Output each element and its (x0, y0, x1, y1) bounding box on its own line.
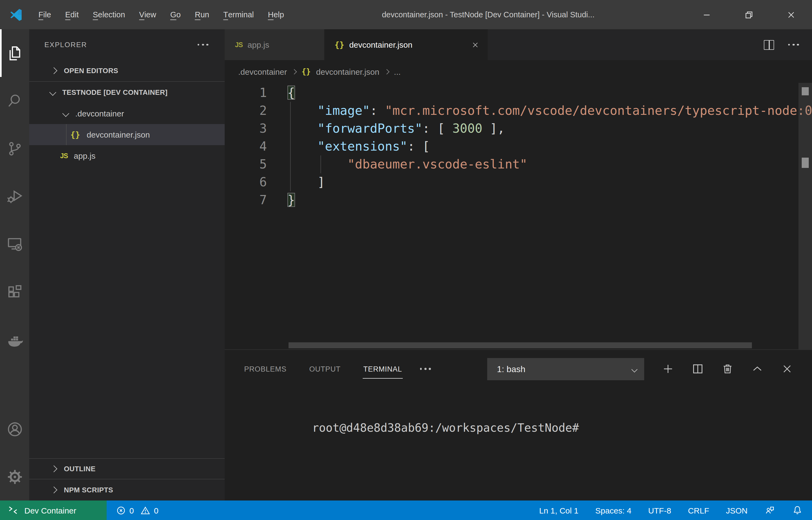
activity-explorer-button[interactable] (0, 29, 29, 77)
kill-terminal-trash-icon[interactable] (721, 362, 734, 375)
activity-docker-button[interactable] (0, 315, 29, 363)
panel-actions (662, 350, 793, 388)
terminal-prompt: root@d48e8d38ab69:/workspaces/TestNode# (312, 421, 579, 435)
activity-remote-explorer-button[interactable] (0, 220, 29, 267)
npm-scripts-section[interactable]: NPM SCRIPTS (29, 479, 225, 500)
horizontal-scrollbar[interactable] (288, 342, 752, 348)
warning-icon (140, 505, 151, 515)
code-lines: 1{2 "image": "mcr.microsoft.com/vscode/d… (225, 84, 812, 209)
menu-file[interactable]: File (31, 0, 58, 29)
new-terminal-icon[interactable] (662, 362, 674, 375)
js-file-icon: JS (60, 152, 68, 159)
split-editor-icon[interactable] (763, 40, 774, 50)
editor-tab-bar: JS app.js {} devcontainer.json (225, 29, 812, 60)
files-icon (6, 44, 24, 62)
activity-settings-button[interactable] (0, 453, 29, 500)
remote-indicator[interactable]: Dev Container (0, 500, 107, 520)
tab-label: devcontainer.json (349, 40, 413, 49)
close-tab-button[interactable] (472, 41, 479, 49)
folder-devcontainer[interactable]: .devcontainer (29, 103, 225, 124)
code-line: 7} (225, 191, 812, 209)
activity-search-button[interactable] (0, 77, 29, 125)
warning-count: 0 (154, 505, 159, 515)
activity-source-control-button[interactable] (0, 125, 29, 172)
breadcrumb-symbol[interactable]: ... (394, 67, 400, 76)
terminal-output[interactable]: root@d48e8d38ab69:/workspaces/TestNode# (225, 388, 812, 454)
explorer-more-actions-icon[interactable] (197, 44, 208, 46)
chevron-down-icon (632, 366, 638, 372)
menu-bar: File Edit Selection View Go Run Terminal… (31, 0, 291, 29)
line-content: "dbaeumer.vscode-eslint" (267, 155, 527, 173)
json-file-icon: {} (71, 130, 80, 139)
tab-app-js[interactable]: JS app.js (225, 29, 324, 60)
panel-more-actions-icon[interactable] (420, 368, 431, 370)
tab-output[interactable]: OUTPUT (309, 359, 341, 379)
json-file-icon: {} (302, 67, 311, 76)
notifications-bell-icon[interactable] (792, 505, 803, 516)
outline-section[interactable]: OUTLINE (29, 458, 225, 479)
activity-bar (0, 29, 29, 500)
file-app-js[interactable]: JS app.js (29, 145, 225, 166)
restore-button[interactable] (728, 0, 770, 29)
menu-help[interactable]: Help (261, 0, 291, 29)
tab-problems[interactable]: PROBLEMS (244, 359, 287, 379)
docker-icon (6, 330, 24, 348)
remote-explorer-icon (6, 235, 24, 253)
folder-label: .devcontainer (75, 109, 124, 118)
menu-selection[interactable]: Selection (86, 0, 132, 29)
status-bar: Dev Container 0 0 Ln 1, Col 1 Spaces: 4 … (0, 500, 812, 520)
menu-run[interactable]: Run (188, 0, 216, 29)
maximize-panel-icon[interactable] (751, 362, 764, 375)
chevron-down-icon (62, 110, 69, 117)
editor-more-actions-icon[interactable] (788, 44, 799, 46)
eol-status[interactable]: CRLF (688, 505, 709, 515)
editor-region: JS app.js {} devcontainer.json .devconta… (225, 29, 812, 500)
tab-terminal[interactable]: TERMINAL (363, 359, 402, 379)
line-number: 7 (225, 191, 267, 209)
status-bar-right: Ln 1, Col 1 Spaces: 4 UTF-8 CRLF JSON (539, 505, 812, 516)
activity-extensions-button[interactable] (0, 267, 29, 315)
activity-run-debug-button[interactable] (0, 172, 29, 220)
line-content: ] (267, 173, 325, 191)
code-line: 4 "extensions": [ (225, 137, 812, 155)
menu-go[interactable]: Go (163, 0, 188, 29)
breadcrumb-file[interactable]: devcontainer.json (316, 67, 380, 76)
sidebar-title: EXPLORER (45, 41, 197, 49)
vscode-window: File Edit Selection View Go Run Terminal… (0, 0, 812, 520)
tab-devcontainer-json[interactable]: {} devcontainer.json (324, 29, 488, 60)
extensions-icon (6, 283, 24, 301)
outline-label: OUTLINE (64, 465, 95, 473)
remote-label: Dev Container (24, 505, 76, 515)
minimize-button[interactable] (685, 0, 728, 29)
activity-account-button[interactable] (0, 405, 29, 453)
language-mode[interactable]: JSON (726, 505, 748, 515)
menu-view[interactable]: View (132, 0, 163, 29)
problems-status[interactable]: 0 0 (116, 505, 158, 515)
workspace-section[interactable]: TESTNODE [DEV CONTAINER] (29, 81, 225, 103)
file-devcontainer-json[interactable]: {} devcontainer.json (29, 124, 225, 145)
line-content: "extensions": [ (267, 137, 430, 155)
open-editors-section[interactable]: OPEN EDITORS (29, 60, 225, 81)
menu-edit[interactable]: Edit (58, 0, 86, 29)
gear-icon (6, 468, 24, 486)
chevron-right-icon (291, 69, 297, 74)
close-window-button[interactable] (770, 0, 812, 29)
breadcrumb-folder[interactable]: .devcontainer (238, 67, 287, 76)
tree-indent-guide (66, 124, 66, 145)
menu-terminal[interactable]: Terminal (216, 0, 261, 29)
code-line: 5 "dbaeumer.vscode-eslint" (225, 155, 812, 173)
vertical-scrollbar[interactable] (799, 83, 812, 349)
cursor-position[interactable]: Ln 1, Col 1 (539, 505, 579, 515)
close-panel-icon[interactable] (781, 362, 793, 375)
chevron-right-icon (50, 487, 57, 493)
feedback-icon[interactable] (764, 505, 775, 516)
split-terminal-icon[interactable] (691, 362, 704, 375)
code-editor[interactable]: 1{2 "image": "mcr.microsoft.com/vscode/d… (225, 83, 812, 349)
title-bar: File Edit Selection View Go Run Terminal… (0, 0, 812, 29)
code-line: 6 ] (225, 173, 812, 191)
line-number: 4 (225, 137, 267, 155)
explorer-sidebar: EXPLORER OPEN EDITORS TESTNODE [DEV CONT… (29, 29, 225, 500)
encoding-status[interactable]: UTF-8 (648, 505, 671, 515)
terminal-shell-select[interactable]: 1: bash (487, 358, 644, 380)
indentation-status[interactable]: Spaces: 4 (595, 505, 631, 515)
